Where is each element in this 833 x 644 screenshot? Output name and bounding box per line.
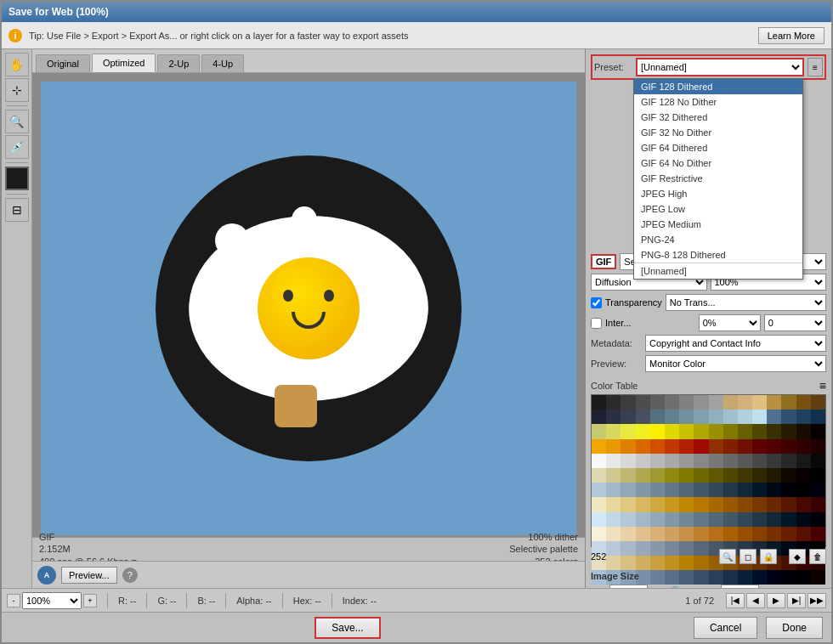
preview-button[interactable]: Preview... xyxy=(61,567,117,584)
prev-frame-btn[interactable]: ◀ xyxy=(746,593,765,608)
color-cell[interactable] xyxy=(606,541,620,556)
color-cell[interactable] xyxy=(650,454,665,468)
tab-optimized[interactable]: Optimized xyxy=(92,54,156,72)
color-cell[interactable] xyxy=(606,468,620,483)
color-cell[interactable] xyxy=(606,424,620,438)
transparency-checkbox[interactable] xyxy=(591,297,602,308)
select-tool[interactable]: ⊹ xyxy=(5,78,29,102)
color-cell[interactable] xyxy=(811,395,825,410)
color-cell[interactable] xyxy=(620,424,635,438)
color-cell[interactable] xyxy=(723,424,738,438)
color-cell[interactable] xyxy=(592,454,606,468)
color-cell[interactable] xyxy=(620,527,635,541)
metadata-select[interactable]: Copyright and Contact Info xyxy=(645,335,826,352)
color-cell[interactable] xyxy=(679,483,694,497)
color-cell[interactable] xyxy=(738,483,752,497)
color-cell[interactable] xyxy=(650,512,665,527)
color-cell[interactable] xyxy=(752,410,767,424)
color-cell[interactable] xyxy=(796,483,811,497)
preset-select[interactable]: [Unnamed] xyxy=(636,58,804,76)
color-cell[interactable] xyxy=(738,410,752,424)
color-cell[interactable] xyxy=(665,424,679,438)
color-cell[interactable] xyxy=(738,424,752,438)
color-cell[interactable] xyxy=(752,497,767,511)
color-cell[interactable] xyxy=(606,439,620,454)
color-cell[interactable] xyxy=(679,497,694,511)
color-cell[interactable] xyxy=(723,527,738,541)
color-cell[interactable] xyxy=(738,454,752,468)
color-cell[interactable] xyxy=(606,410,620,424)
color-cell[interactable] xyxy=(636,410,650,424)
color-cell[interactable] xyxy=(811,454,825,468)
color-cell[interactable] xyxy=(665,483,679,497)
color-cell[interactable] xyxy=(679,410,694,424)
dropdown-item-gif64nd[interactable]: GIF 64 No Dither xyxy=(634,155,802,171)
color-cell[interactable] xyxy=(796,395,811,410)
color-cell[interactable] xyxy=(811,468,825,483)
color-cell[interactable] xyxy=(738,439,752,454)
color-cell[interactable] xyxy=(694,512,708,527)
color-cell[interactable] xyxy=(679,512,694,527)
color-cell[interactable] xyxy=(606,556,620,570)
dropdown-item-unnamed[interactable]: [Unnamed] xyxy=(634,263,802,279)
color-cell[interactable] xyxy=(665,512,679,527)
color-cell[interactable] xyxy=(767,395,781,410)
ct-add-btn[interactable]: ◻ xyxy=(740,549,756,564)
dropdown-item-gif64d[interactable]: GIF 64 Dithered xyxy=(634,140,802,155)
color-cell[interactable] xyxy=(694,497,708,511)
color-cell[interactable] xyxy=(620,468,635,483)
color-cell[interactable] xyxy=(636,424,650,438)
ct-del-btn[interactable]: 🗑 xyxy=(809,549,826,564)
color-cell[interactable] xyxy=(620,410,635,424)
color-cell[interactable] xyxy=(709,468,723,483)
next-frame-btn[interactable]: ▶| xyxy=(787,593,806,608)
dropdown-item-png8[interactable]: PNG-8 128 Dithered xyxy=(634,247,802,263)
matte-select[interactable]: No Trans... xyxy=(666,294,826,311)
color-cell[interactable] xyxy=(767,468,781,483)
learn-more-button[interactable]: Learn More xyxy=(758,27,824,44)
color-cell[interactable] xyxy=(650,410,665,424)
color-cell[interactable] xyxy=(620,439,635,454)
color-cell[interactable] xyxy=(679,424,694,438)
color-cell[interactable] xyxy=(752,512,767,527)
interlace-count[interactable]: 0 xyxy=(764,314,826,331)
color-cell[interactable] xyxy=(738,527,752,541)
color-cell[interactable] xyxy=(738,497,752,511)
color-cell[interactable] xyxy=(723,454,738,468)
tab-2up[interactable]: 2-Up xyxy=(157,54,200,72)
color-cell[interactable] xyxy=(709,454,723,468)
format-box[interactable]: GIF xyxy=(591,254,616,269)
color-cell[interactable] xyxy=(709,410,723,424)
color-cell[interactable] xyxy=(723,439,738,454)
color-cell[interactable] xyxy=(636,483,650,497)
color-cell[interactable] xyxy=(636,556,650,570)
color-cell[interactable] xyxy=(781,424,796,438)
preview-select[interactable]: Monitor Color xyxy=(645,355,826,372)
color-cell[interactable] xyxy=(665,527,679,541)
color-cell[interactable] xyxy=(636,497,650,511)
cancel-button[interactable]: Cancel xyxy=(694,617,757,639)
color-cell[interactable] xyxy=(665,497,679,511)
color-cell[interactable] xyxy=(620,512,635,527)
color-cell[interactable] xyxy=(694,483,708,497)
color-cell[interactable] xyxy=(665,556,679,570)
color-cell[interactable] xyxy=(811,483,825,497)
color-cell[interactable] xyxy=(723,483,738,497)
color-cell[interactable] xyxy=(694,439,708,454)
color-cell[interactable] xyxy=(592,512,606,527)
tab-4up[interactable]: 4-Up xyxy=(201,54,244,72)
color-cell[interactable] xyxy=(709,512,723,527)
color-cell[interactable] xyxy=(723,395,738,410)
zoom-plus-btn[interactable]: + xyxy=(83,594,97,607)
color-cell[interactable] xyxy=(811,410,825,424)
color-cell[interactable] xyxy=(767,439,781,454)
color-cell[interactable] xyxy=(592,410,606,424)
color-cell[interactable] xyxy=(679,556,694,570)
color-cell[interactable] xyxy=(767,527,781,541)
color-cell[interactable] xyxy=(796,424,811,438)
color-cell[interactable] xyxy=(723,497,738,511)
color-cell[interactable] xyxy=(679,527,694,541)
color-cell[interactable] xyxy=(752,454,767,468)
color-cell[interactable] xyxy=(781,468,796,483)
help-button[interactable]: ? xyxy=(122,568,138,583)
